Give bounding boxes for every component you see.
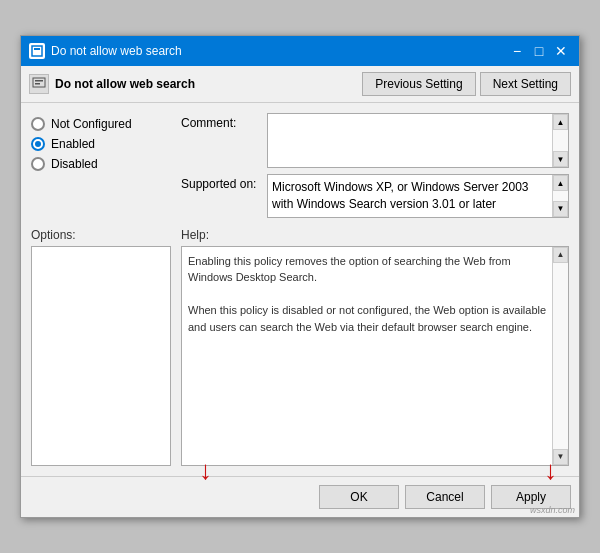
supported-label: Supported on: bbox=[181, 174, 261, 191]
radio-enabled[interactable]: Enabled bbox=[31, 137, 171, 151]
radio-circle-not-configured bbox=[31, 117, 45, 131]
radio-label-disabled: Disabled bbox=[51, 157, 98, 171]
close-button[interactable]: ✕ bbox=[551, 41, 571, 61]
window-icon bbox=[29, 43, 45, 59]
radio-circle-disabled bbox=[31, 157, 45, 171]
radio-label-not-configured: Not Configured bbox=[51, 117, 132, 131]
title-bar-left: Do not allow web search bbox=[29, 43, 182, 59]
help-scroll-track bbox=[553, 263, 568, 449]
supported-scroll-track bbox=[553, 191, 568, 201]
supported-scroll-down[interactable]: ▼ bbox=[553, 201, 568, 217]
left-panel: Not Configured Enabled Disabled bbox=[31, 113, 171, 218]
previous-setting-button[interactable]: Previous Setting bbox=[362, 72, 475, 96]
supported-scroll-up[interactable]: ▲ bbox=[553, 175, 568, 191]
help-panel: Help: Enabling this policy removes the o… bbox=[181, 228, 569, 466]
options-panel: Options: bbox=[31, 228, 171, 466]
supported-row: Supported on: Microsoft Windows XP, or W… bbox=[181, 174, 569, 218]
arrow-ok-indicator: ↓ bbox=[199, 457, 212, 483]
svg-rect-4 bbox=[35, 83, 40, 85]
svg-rect-0 bbox=[32, 46, 42, 56]
options-label: Options: bbox=[31, 228, 171, 242]
supported-field: Microsoft Windows XP, or Windows Server … bbox=[267, 174, 569, 218]
radio-group: Not Configured Enabled Disabled bbox=[31, 117, 171, 171]
help-text-box: Enabling this policy removes the option … bbox=[181, 246, 569, 466]
bottom-bar: ↓ ↓ OK Cancel Apply wsxdn.com bbox=[21, 476, 579, 517]
svg-rect-1 bbox=[34, 48, 40, 50]
scroll-up-arrow[interactable]: ▲ bbox=[553, 114, 568, 130]
comment-scrollbar[interactable]: ▲ ▼ bbox=[552, 114, 568, 167]
help-label: Help: bbox=[181, 228, 569, 242]
maximize-button[interactable]: □ bbox=[529, 41, 549, 61]
content-area: Not Configured Enabled Disabled Comm bbox=[21, 103, 579, 476]
title-bar-buttons: − □ ✕ bbox=[507, 41, 571, 61]
svg-rect-3 bbox=[35, 80, 43, 82]
toolbar: Do not allow web search Previous Setting… bbox=[21, 66, 579, 103]
middle-section: Options: Help: Enabling this policy remo… bbox=[31, 228, 569, 466]
comment-label: Comment: bbox=[181, 113, 261, 130]
supported-scrollbar[interactable]: ▲ ▼ bbox=[552, 175, 568, 217]
next-setting-button[interactable]: Next Setting bbox=[480, 72, 571, 96]
options-box bbox=[31, 246, 171, 466]
help-scroll-up[interactable]: ▲ bbox=[553, 247, 568, 263]
comment-field[interactable]: ▲ ▼ bbox=[267, 113, 569, 168]
title-bar: Do not allow web search − □ ✕ bbox=[21, 36, 579, 66]
minimize-button[interactable]: − bbox=[507, 41, 527, 61]
window-title: Do not allow web search bbox=[51, 44, 182, 58]
ok-button[interactable]: OK bbox=[319, 485, 399, 509]
toolbar-buttons: Previous Setting Next Setting bbox=[362, 72, 571, 96]
watermark: wsxdn.com bbox=[530, 505, 575, 515]
help-scrollbar[interactable]: ▲ ▼ bbox=[552, 247, 568, 465]
toolbar-icon bbox=[29, 74, 49, 94]
arrow-apply-indicator: ↓ bbox=[544, 457, 557, 483]
right-panel: Comment: ▲ ▼ Supported on: Microsoft Win… bbox=[181, 113, 569, 218]
cancel-button[interactable]: Cancel bbox=[405, 485, 485, 509]
radio-circle-enabled bbox=[31, 137, 45, 151]
supported-value: Microsoft Windows XP, or Windows Server … bbox=[272, 180, 529, 211]
comment-row: Comment: ▲ ▼ bbox=[181, 113, 569, 168]
scroll-track bbox=[553, 130, 568, 151]
help-text: Enabling this policy removes the option … bbox=[188, 253, 548, 336]
main-window: Do not allow web search − □ ✕ Do not all… bbox=[20, 35, 580, 518]
radio-disabled[interactable]: Disabled bbox=[31, 157, 171, 171]
radio-label-enabled: Enabled bbox=[51, 137, 95, 151]
svg-rect-2 bbox=[33, 78, 45, 87]
toolbar-title: Do not allow web search bbox=[55, 77, 356, 91]
top-section: Not Configured Enabled Disabled Comm bbox=[31, 113, 569, 218]
radio-not-configured[interactable]: Not Configured bbox=[31, 117, 171, 131]
scroll-down-arrow[interactable]: ▼ bbox=[553, 151, 568, 167]
